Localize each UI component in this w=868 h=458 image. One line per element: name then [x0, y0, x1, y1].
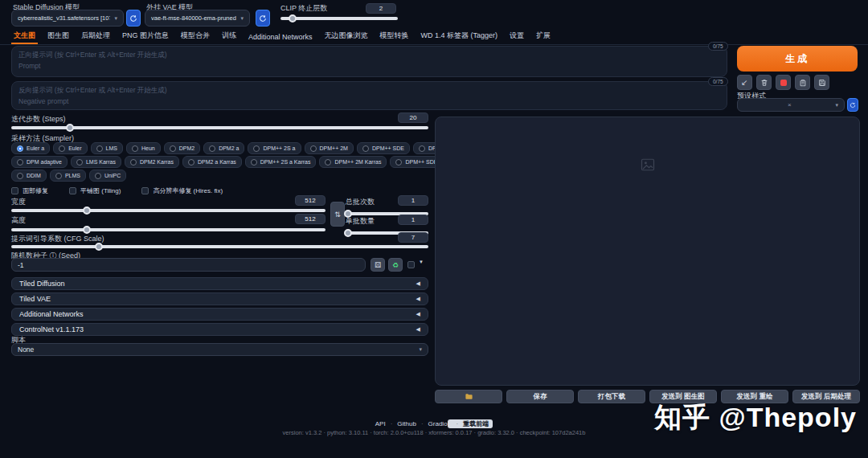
batch-size-value[interactable]: 1 [398, 215, 428, 225]
open-folder-button[interactable] [435, 390, 502, 403]
accordion-header[interactable]: Additional Networks ◀ [11, 308, 428, 321]
sampler-option[interactable]: DPM++ 2S a [248, 142, 301, 154]
tab-divider [0, 44, 868, 45]
checkbox-icon [11, 187, 18, 194]
prompt-placeholder: 正向提示词 (按 Ctrl+Enter 或 Alt+Enter 开始生成) [18, 51, 720, 60]
extra-seed-checkbox[interactable] [407, 261, 415, 268]
radio-icon [132, 145, 138, 152]
sampler-option[interactable]: UniPC [89, 170, 126, 182]
checkbox-option[interactable]: 高分辨率修复 (Hires. fix) [141, 186, 223, 195]
sd-model-refresh-button[interactable] [126, 10, 141, 27]
height-label: 高度 [11, 215, 26, 226]
tab-item[interactable]: PNG 图片信息 [120, 29, 171, 44]
sampler-option[interactable]: DPM++ 2S a Karras [245, 156, 317, 168]
sampler-option[interactable]: DPM2 Karras [125, 156, 179, 168]
height-slider[interactable] [11, 226, 326, 234]
tab-item[interactable]: 模型转换 [378, 29, 411, 44]
stable-diffusion-webui: Stable Diffusion 模型 cyberrealistic_v31.s… [0, 0, 868, 458]
batch-count-label: 总批次数 [346, 197, 375, 207]
tab-item[interactable]: 无边图像浏览 [322, 29, 371, 44]
chevron-down-icon: ▾ [236, 15, 244, 22]
seed-value: -1 [18, 261, 24, 269]
seed-extra-caret-icon[interactable]: ▼ [419, 260, 424, 264]
script-dropdown[interactable]: None ▾ [11, 343, 428, 356]
sampler-option[interactable]: LMS Karras [71, 156, 121, 168]
generate-button[interactable]: 生成 [737, 46, 858, 72]
sampler-option[interactable]: DPM2 a Karras [182, 156, 242, 168]
paste-params-button[interactable]: ↙ [737, 75, 752, 90]
sampler-option[interactable]: LMS [91, 142, 123, 154]
checkbox-option[interactable]: 面部修复 [11, 186, 48, 195]
sampler-option[interactable]: DPM++ SDE [357, 142, 410, 154]
extra-networks-button[interactable] [776, 75, 791, 90]
footer-link[interactable]: API [375, 420, 386, 427]
footer-link[interactable]: Gradio [416, 420, 448, 427]
output-action-button[interactable]: 保存 [506, 390, 574, 403]
seed-input[interactable]: -1 [11, 258, 366, 272]
tab-item[interactable]: 后期处理 [79, 29, 113, 44]
sampler-option[interactable]: DPM++ 2M Karras [319, 156, 387, 168]
tab-item[interactable]: 文生图 [11, 29, 38, 44]
sampler-option[interactable]: Euler a [11, 142, 50, 154]
accordion-arrow-icon: ◀ [416, 296, 420, 302]
output-action-button[interactable]: 打包下载 [578, 390, 645, 403]
prompt-token-counter: 0/75 [708, 42, 728, 51]
radio-icon [17, 145, 23, 152]
height-value[interactable]: 512 [295, 214, 326, 224]
footer-link[interactable]: Github [386, 420, 416, 427]
sampler-option[interactable]: Heun [126, 142, 161, 154]
prompt-textarea[interactable]: 正向提示词 (按 Ctrl+Enter 或 Alt+Enter 开始生成) Pr… [11, 46, 727, 77]
tab-item[interactable]: 图生图 [45, 29, 72, 44]
refresh-icon [850, 102, 856, 108]
accordion-header[interactable]: Tiled VAE ◀ [11, 292, 428, 305]
tab-item[interactable]: Additional Networks [246, 31, 315, 44]
styles-refresh-button[interactable] [847, 98, 858, 112]
reuse-seed-button[interactable]: ♻ [388, 258, 403, 272]
tab-item[interactable]: 模型合并 [178, 29, 212, 44]
sampler-option[interactable]: Euler [53, 142, 87, 154]
sampler-option[interactable]: DPM adaptive [11, 156, 68, 168]
negative-prompt-placeholder: 反向提示词 (按 Ctrl+Enter 或 Alt+Enter 开始生成) [18, 86, 720, 96]
sampler-option[interactable]: DPM2 [164, 142, 200, 154]
negative-prompt-textarea[interactable]: 反向提示词 (按 Ctrl+Enter 或 Alt+Enter 开始生成) Ne… [11, 81, 727, 110]
cfg-scale-slider[interactable] [11, 243, 428, 251]
vae-dropdown[interactable]: vae-ft-mse-840000-ema-pruned.safetensors… [145, 10, 250, 27]
radio-icon [130, 159, 137, 166]
image-placeholder-icon [641, 157, 655, 172]
chevron-down-icon: ▾ [831, 102, 838, 108]
sd-model-dropdown[interactable]: cyberrealistic_v31.safetensors [107d2a24… [11, 10, 124, 27]
tab-item[interactable]: 训练 [219, 29, 239, 44]
clear-prompt-button[interactable] [756, 75, 772, 90]
sampler-option[interactable]: DPM2 a [203, 142, 244, 154]
sampler-option[interactable]: PLMS [50, 170, 86, 182]
steps-slider[interactable] [11, 124, 428, 132]
width-value[interactable]: 512 [295, 195, 326, 206]
checkbox-option[interactable]: 平铺图 (Tiling) [69, 186, 121, 195]
checkbox-icon [69, 187, 76, 194]
width-slider[interactable] [11, 207, 326, 215]
radio-icon [188, 159, 194, 166]
output-gallery[interactable] [435, 117, 860, 386]
clip-skip-value[interactable]: 2 [366, 3, 396, 14]
apply-styles-button[interactable] [795, 75, 810, 90]
tab-item[interactable]: WD 1.4 标签器 (Tagger) [419, 29, 501, 44]
radio-icon [419, 145, 425, 152]
recycle-icon: ♻ [392, 261, 399, 269]
footer-link[interactable]: 重载前端 [448, 419, 493, 428]
random-seed-button[interactable]: ⚄ [371, 258, 385, 272]
batch-count-value[interactable]: 1 [398, 195, 428, 206]
tab-item[interactable]: 设置 [507, 29, 526, 44]
save-style-button[interactable] [814, 75, 829, 90]
clip-skip-slider[interactable] [280, 14, 398, 22]
swap-dimensions-button[interactable]: ⇅ [330, 202, 345, 227]
cfg-scale-value[interactable]: 7 [398, 232, 428, 243]
sampler-option[interactable]: DDIM [11, 170, 47, 182]
steps-value[interactable]: 20 [398, 112, 428, 123]
accordion-header[interactable]: Tiled Diffusion ◀ [11, 277, 428, 290]
styles-dropdown[interactable]: × ▾ [737, 98, 845, 112]
tab-item[interactable]: 扩展 [534, 29, 553, 44]
vae-refresh-button[interactable] [256, 10, 270, 27]
clear-styles-icon[interactable]: × [784, 101, 792, 108]
accordion-header[interactable]: ControlNet v1.1.173 ◀ [11, 323, 428, 336]
sampler-option[interactable]: DPM++ 2M [305, 142, 354, 154]
